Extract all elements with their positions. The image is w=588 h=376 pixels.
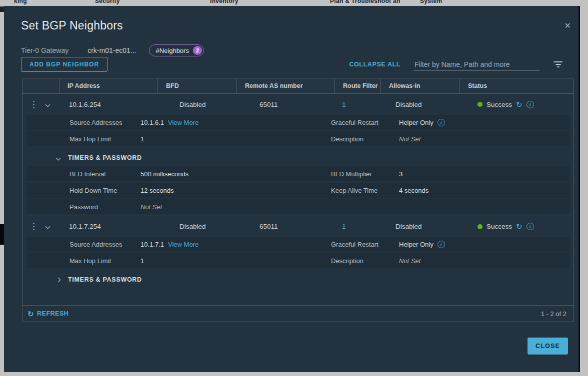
table-empty-area xyxy=(22,288,574,305)
header-allowas-in: Allowas-in xyxy=(380,78,460,93)
timers-password-title: TIMERS & PASSWORD xyxy=(68,276,142,283)
source-addresses-label: Source Addresses xyxy=(70,119,140,126)
header-controls-spacer xyxy=(22,78,59,93)
chevron-down-icon[interactable] xyxy=(56,155,61,160)
breadcrumb: Tier-0 Gateway crk-m01-ec01... #Neighbor… xyxy=(21,44,204,57)
timers-password-section[interactable]: TIMERS & PASSWORD xyxy=(26,272,570,287)
timers-password-title: TIMERS & PASSWORD xyxy=(68,154,142,161)
bfd-multiplier-value: 3 xyxy=(399,170,570,178)
detail-row: Max Hop Limit 1 Description Not Set xyxy=(26,131,570,146)
route-filter-link[interactable]: 1 xyxy=(342,101,346,108)
set-bgp-neighbors-dialog: Set BGP Neighbors ✕ Tier-0 Gateway crk-m… xyxy=(4,6,580,372)
remote-as-value: 65011 xyxy=(236,223,334,230)
graceful-restart-value: Helper Only xyxy=(399,241,434,248)
bfd-value: Disabled xyxy=(158,101,236,108)
status-info-icon[interactable]: i xyxy=(526,223,534,230)
row-menu-icon[interactable] xyxy=(32,99,36,110)
background-nav-fragment: System xyxy=(420,0,442,4)
status-text: Success xyxy=(486,223,512,230)
allowas-in-value: Disabled xyxy=(380,223,460,230)
graceful-restart-info-icon[interactable]: i xyxy=(438,241,445,248)
allowas-in-value: Disabled xyxy=(380,101,460,108)
view-more-link[interactable]: View More xyxy=(168,119,198,126)
bgp-neighbors-table: IP Address BFD Remote AS number Route Fi… xyxy=(22,78,574,322)
source-addresses-value: 10.1.7.1 xyxy=(140,241,164,248)
neighbors-pill[interactable]: #Neighbors 2 xyxy=(149,44,204,56)
gateway-type-label: Tier-0 Gateway xyxy=(21,46,68,54)
status-refresh-icon[interactable]: ↻ xyxy=(516,223,522,230)
password-label: Password xyxy=(70,203,140,211)
description-label: Description xyxy=(331,257,399,265)
background-page-sliver xyxy=(0,224,4,245)
bfd-interval-value: 500 milliseconds xyxy=(140,170,331,178)
max-hop-limit-label: Max Hop Limit xyxy=(70,257,140,265)
status-info-icon[interactable]: i xyxy=(526,101,534,108)
graceful-restart-label: Graceful Restart xyxy=(331,241,399,248)
bfd-multiplier-label: BFD Multiplier xyxy=(331,170,399,178)
source-addresses-label: Source Addresses xyxy=(70,241,140,248)
neighbors-count-badge: 2 xyxy=(193,46,202,55)
chevron-down-icon[interactable] xyxy=(46,224,50,229)
detail-row: Max Hop Limit 1 Description Not Set xyxy=(26,253,570,268)
max-hop-limit-label: Max Hop Limit xyxy=(70,135,140,143)
detail-row: Password Not Set xyxy=(26,199,570,214)
table-row: 10.1.7.254 Disabled 65011 1 Disabled Suc… xyxy=(22,216,574,237)
refresh-label: REFRESH xyxy=(37,310,68,317)
refresh-button[interactable]: ↻ REFRESH xyxy=(28,310,68,318)
filter-input[interactable] xyxy=(414,58,540,71)
background-nav-fragment: Plan & Troubleshoot an xyxy=(330,0,400,4)
max-hop-limit-value: 1 xyxy=(140,257,331,265)
view-more-link[interactable]: View More xyxy=(168,241,198,248)
detail-row: Source Addresses 10.1.7.1 View More Grac… xyxy=(26,237,570,252)
row-menu-icon[interactable] xyxy=(32,221,36,232)
description-value: Not Set xyxy=(399,135,570,143)
graceful-restart-value: Helper Only xyxy=(399,119,434,126)
toolbar: ADD BGP NEIGHBOR COLLAPSE ALL xyxy=(21,57,564,72)
remote-as-value: 65011 xyxy=(236,101,334,108)
detail-row: BFD Interval 500 milliseconds BFD Multip… xyxy=(26,166,570,181)
toolbar-right-group: COLLAPSE ALL xyxy=(349,58,564,71)
source-addresses-value: 10.1.6.1 xyxy=(140,119,164,126)
keep-alive-time-label: Keep Alive Time xyxy=(331,187,399,194)
background-nav-fragment: Inventory xyxy=(210,0,238,4)
close-button[interactable]: CLOSE xyxy=(528,338,568,355)
description-label: Description xyxy=(331,135,399,143)
hold-down-time-value: 12 seconds xyxy=(140,187,331,194)
add-bgp-neighbor-button[interactable]: ADD BGP NEIGHBOR xyxy=(21,57,108,72)
graceful-restart-label: Graceful Restart xyxy=(331,119,399,126)
background-nav-fragment: Security xyxy=(95,0,120,4)
filter-icon[interactable] xyxy=(552,59,564,69)
chevron-right-icon[interactable] xyxy=(56,277,61,282)
gateway-name: crk-m01-ec01... xyxy=(88,46,136,54)
collapse-all-button[interactable]: COLLAPSE ALL xyxy=(349,61,400,68)
route-filter-link[interactable]: 1 xyxy=(342,223,346,230)
refresh-icon: ↻ xyxy=(28,310,34,318)
header-ip-address: IP Address xyxy=(59,78,158,93)
ip-address-value: 10.1.7.254 xyxy=(59,223,158,230)
status-refresh-icon[interactable]: ↻ xyxy=(516,101,522,108)
detail-row: Source Addresses 10.1.6.1 View More Grac… xyxy=(26,115,570,130)
keep-alive-time-value: 4 seconds xyxy=(399,187,570,194)
status-success-dot xyxy=(478,102,482,107)
description-value: Not Set xyxy=(399,257,570,265)
neighbors-pill-label: #Neighbors xyxy=(156,47,189,54)
hold-down-time-label: Hold Down Time xyxy=(70,187,140,194)
page-title: Set BGP Neighbors xyxy=(21,19,123,32)
close-icon[interactable]: ✕ xyxy=(564,21,571,30)
header-remote-as: Remote AS number xyxy=(236,78,334,93)
table-header-row: IP Address BFD Remote AS number Route Fi… xyxy=(22,78,574,94)
detail-row: Hold Down Time 12 seconds Keep Alive Tim… xyxy=(26,183,570,198)
bfd-value: Disabled xyxy=(158,223,236,230)
chevron-down-icon[interactable] xyxy=(46,102,50,107)
header-bfd: BFD xyxy=(158,78,236,93)
pagination-range: 1 - 2 of 2 xyxy=(541,310,566,318)
status-text: Success xyxy=(486,101,512,108)
table-row: 10.1.6.254 Disabled 65011 1 Disabled Suc… xyxy=(22,94,574,115)
graceful-restart-info-icon[interactable]: i xyxy=(438,119,445,126)
timers-password-section[interactable]: TIMERS & PASSWORD xyxy=(26,150,570,165)
header-route-filter: Route Filter xyxy=(334,78,380,93)
password-value: Not Set xyxy=(140,203,331,211)
ip-address-value: 10.1.6.254 xyxy=(59,101,158,108)
bfd-interval-label: BFD Interval xyxy=(70,170,140,178)
status-success-dot xyxy=(478,224,482,229)
